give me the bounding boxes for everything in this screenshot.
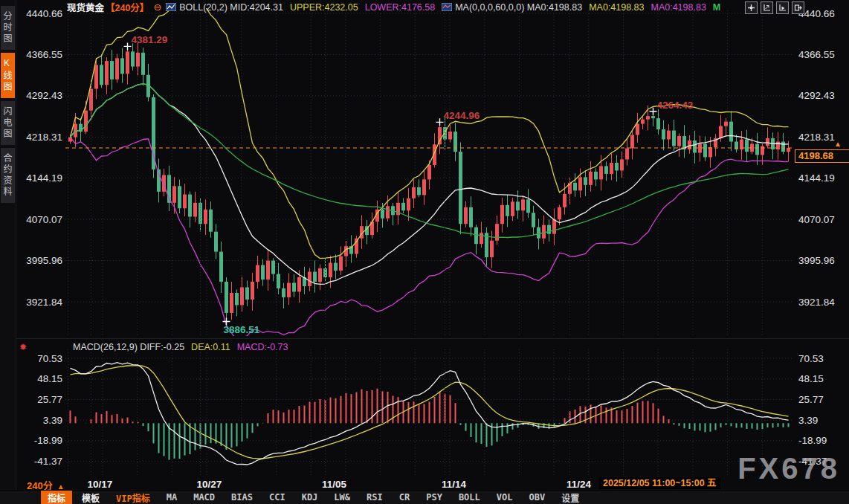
sidebar-tab-timeshare[interactable]: 分时图 — [1, 6, 15, 50]
symbol-name: 现货黄金 — [67, 0, 104, 14]
ma-indicator-icon[interactable] — [442, 3, 452, 11]
session-timestamp: 2025/12/05 11:00~15:00 五 — [599, 477, 720, 489]
toolbar-button-lwr[interactable]: LW& — [327, 491, 357, 503]
toolbar-button-psy[interactable]: PSY — [419, 491, 449, 503]
boll-upper-value: UPPER:4232.05 — [290, 2, 358, 13]
extreme-marker-icon — [650, 108, 657, 115]
macd-diff-value: MACD(26,12,9) DIFF:-0.25 — [73, 342, 184, 352]
indicator-toolbar: 指标模板VIP指标MAMACDBIASCCIKDJLW&RSICRPSYBOLL… — [0, 490, 849, 504]
toolbar-button-vol[interactable]: VOL — [490, 491, 520, 503]
macd-value: MACD:-0.73 — [237, 342, 288, 352]
price-annotation: 4244.96 — [444, 110, 480, 121]
extreme-marker-icon — [436, 118, 444, 126]
price-chart[interactable]: 4440.664440.664366.554366.554292.434292.… — [0, 0, 849, 492]
toolbar-button-boll[interactable]: BOLL — [452, 491, 487, 503]
ma-yellow-value: MA0:4198.83 — [589, 2, 644, 13]
trading-app: 4440.664440.664366.554366.554292.434292.… — [0, 0, 849, 504]
ma-green-value: M — [713, 2, 720, 13]
x-axis-label: 11/14 — [442, 479, 467, 490]
exit-panel-icon[interactable] — [792, 1, 804, 14]
boll-values: BOLL(20,2) MID:4204.31 — [179, 2, 283, 13]
y-axis-label-left: 4218.31 — [26, 132, 62, 143]
y-axis-label-right: 3921.84 — [798, 297, 835, 308]
chart-header: 现货黄金 【240分】 ⊖ BOLL(20,2) MID:4204.31 UPP… — [18, 0, 849, 14]
macd-dea-value: DEA:0.11 — [191, 342, 230, 352]
toolbar-button-bias[interactable]: BIAS — [225, 491, 259, 503]
y-axis-label-left: 48.15 — [37, 373, 62, 384]
y-axis-label-right: 3.39 — [798, 415, 818, 426]
y-axis-label-left: 3.39 — [43, 415, 62, 426]
boll-indicator-icon[interactable] — [166, 3, 176, 11]
chart-type-sidebar: 分时图 K线图 闪电图 合约资料 — [0, 0, 16, 491]
toolbar-button-obv[interactable]: OBV — [522, 491, 552, 503]
y-axis-label-right: 4292.43 — [798, 90, 835, 101]
y-axis-label-right: 25.77 — [798, 394, 824, 405]
sidebar-tab-contract-info[interactable]: 合约资料 — [1, 148, 15, 203]
y-axis-label-right: 70.53 — [798, 353, 824, 364]
y-axis-label-left: 70.53 — [37, 353, 62, 364]
y-axis-label-left: 4366.55 — [26, 49, 62, 60]
sidebar-tab-lightning[interactable]: 闪电图 — [1, 101, 15, 145]
toolbar-button-cci[interactable]: CCI — [262, 491, 292, 503]
candlestick-series — [68, 0, 790, 340]
y-axis-label-left: -18.99 — [34, 435, 62, 446]
macd-series — [71, 363, 789, 465]
x-axis-label: 10/27 — [197, 479, 222, 490]
toolbar-button-indicator[interactable]: 指标 — [41, 491, 72, 504]
toolbar-button-ma[interactable]: MA — [160, 491, 184, 503]
x-axis-label: 10/17 — [88, 479, 113, 490]
x-axis-label: 11/05 — [322, 479, 347, 490]
period-label: 【240分】 — [106, 0, 149, 14]
axis-play-icon[interactable] — [776, 1, 789, 14]
y-axis-label-right: 4366.55 — [798, 49, 835, 60]
y-axis-label-left: 4144.19 — [26, 172, 62, 184]
price-annotation: 3886.51 — [224, 324, 260, 335]
price-annotation: 4381.29 — [132, 34, 168, 45]
move-tool-icon[interactable] — [745, 1, 758, 14]
y-axis-label-left: 3921.84 — [26, 297, 62, 308]
y-axis-label-left: 4070.07 — [26, 214, 62, 225]
price-up-arrow-icon: ▲ — [834, 140, 842, 148]
macd-settings-icon[interactable]: ✹ — [19, 342, 27, 352]
sidebar-tab-kline[interactable]: K线图 — [1, 53, 15, 98]
ma-magenta-value: MA0:4198.83 — [651, 2, 706, 13]
y-axis-label-right: 48.15 — [798, 373, 824, 384]
y-axis-label-right: 4144.19 — [798, 172, 835, 184]
toolbar-button-macd[interactable]: MACD — [187, 491, 222, 503]
y-axis-label-left: 25.77 — [37, 394, 62, 405]
current-price-tag: 4198.68 — [795, 149, 849, 163]
window-controls — [745, 1, 804, 14]
toolbar-button-kdj[interactable]: KDJ — [295, 491, 325, 503]
collapse-icon[interactable]: ⊖ — [153, 1, 161, 13]
y-axis-label-right: 4218.31 — [798, 132, 835, 143]
axis-scale-icon[interactable] — [761, 1, 773, 14]
price-annotation: 4264.43 — [657, 100, 694, 111]
y-axis-label-right: -18.99 — [798, 435, 827, 446]
y-axis-label-right: 4070.07 — [798, 214, 835, 225]
ma-values: MA(0,0,0,60,0,0) MA0:4198.83 — [455, 2, 582, 13]
extreme-marker-icon — [124, 42, 132, 50]
boll-lower-value: LOWER:4176.58 — [365, 2, 436, 13]
toolbar-button-settings[interactable]: 设置 — [555, 491, 586, 504]
y-axis-label-left: -41.37 — [34, 456, 62, 467]
toolbar-button-rsi[interactable]: RSI — [360, 491, 390, 503]
toolbar-button-cr[interactable]: CR — [393, 491, 416, 503]
y-axis-label-left: 4292.43 — [26, 90, 62, 101]
x-axis-label: 11/24 — [566, 479, 592, 490]
y-axis-label-right: 3995.96 — [798, 255, 835, 266]
toolbar-button-vip-indicator[interactable]: VIP指标 — [109, 491, 157, 504]
toolbar-button-template[interactable]: 模板 — [75, 491, 106, 504]
fx678-watermark: FX678 — [737, 452, 840, 485]
macd-pane-header: ✹ MACD(26,12,9) DIFF:-0.25 DEA:0.11 MACD… — [18, 341, 294, 353]
y-axis-label-left: 3995.96 — [26, 255, 62, 266]
